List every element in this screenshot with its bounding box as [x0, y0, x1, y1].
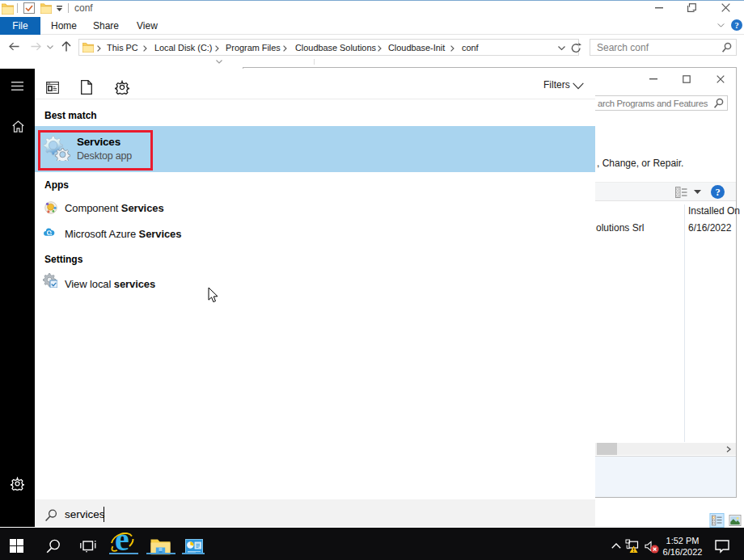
svg-text:?: ? [715, 187, 720, 198]
svg-text:?: ? [734, 21, 738, 30]
